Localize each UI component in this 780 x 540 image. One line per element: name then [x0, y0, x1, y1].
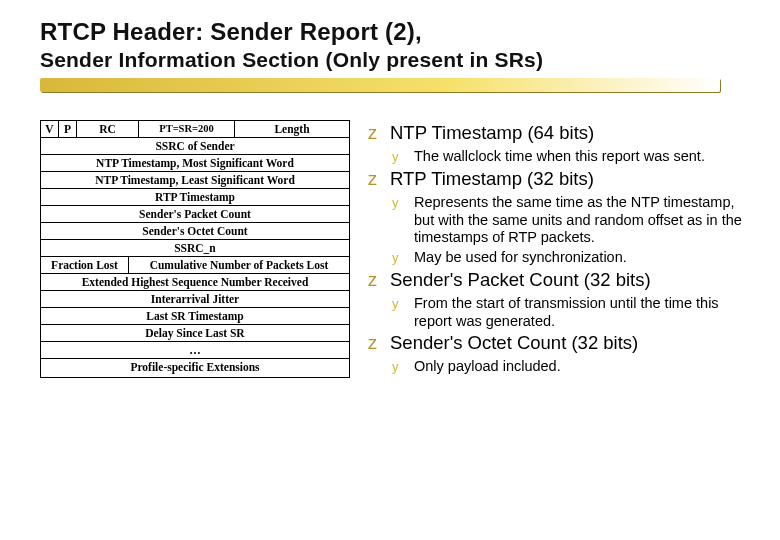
- row-ellipsis: …: [41, 341, 349, 358]
- bullet-sender-packet-count: z Sender's Packet Count (32 bits): [368, 269, 752, 291]
- row-ntp-msw: NTP Timestamp, Most Significant Word: [41, 154, 349, 171]
- bullet-l2-icon: y: [392, 148, 406, 166]
- row-lsr: Last SR Timestamp: [41, 307, 349, 324]
- title-line-1: RTCP Header: Sender Report (2),: [40, 18, 752, 46]
- row-jitter: Interarrival Jitter: [41, 290, 349, 307]
- row-ntp-lsw: NTP Timestamp, Least Significant Word: [41, 171, 349, 188]
- bullet-rtp-timestamp: z RTP Timestamp (32 bits): [368, 168, 752, 190]
- subbullet-text: May be used for synchronization.: [414, 249, 752, 267]
- title-line-2: Sender Information Section (Only present…: [40, 48, 752, 72]
- subbullet-rtp-sametime: y Represents the same time as the NTP ti…: [392, 194, 752, 247]
- packet-diagram: V P RC PT=SR=200 Length SSRC of Sender N…: [40, 120, 350, 378]
- subbullet-ntp-wallclock: y The wallclock time when this report wa…: [392, 148, 752, 166]
- bullet-l2-icon: y: [392, 295, 406, 330]
- title-underline: [40, 78, 720, 92]
- cell-RC: RC: [77, 121, 139, 137]
- cell-PT: PT=SR=200: [139, 121, 235, 137]
- bullet-text: Sender's Octet Count (32 bits): [390, 332, 752, 354]
- subbullet-text: Represents the same time as the NTP time…: [414, 194, 752, 247]
- cell-P: P: [59, 121, 77, 137]
- row-fraction-lost: Fraction Lost Cumulative Number of Packe…: [41, 256, 349, 273]
- subbullet-soc-payload: y Only payload included.: [392, 358, 752, 376]
- bullet-sender-octet-count: z Sender's Octet Count (32 bits): [368, 332, 752, 354]
- row-dlsr: Delay Since Last SR: [41, 324, 349, 341]
- bullet-text: NTP Timestamp (64 bits): [390, 122, 752, 144]
- bullet-ntp-timestamp: z NTP Timestamp (64 bits): [368, 122, 752, 144]
- row-spc: Sender's Packet Count: [41, 205, 349, 222]
- content-row: V P RC PT=SR=200 Length SSRC of Sender N…: [40, 120, 752, 378]
- row-pse: Profile-specific Extensions: [41, 358, 349, 375]
- cell-Length: Length: [235, 121, 349, 137]
- row-ehsnr: Extended Highest Sequence Number Receive…: [41, 273, 349, 290]
- bullet-l1-icon: z: [368, 332, 382, 354]
- bullet-l2-icon: y: [392, 194, 406, 247]
- bullet-l1-icon: z: [368, 168, 382, 190]
- bullet-text: Sender's Packet Count (32 bits): [390, 269, 752, 291]
- cell-fraction-lost: Fraction Lost: [41, 257, 129, 273]
- cell-cum-packets-lost: Cumulative Number of Packets Lost: [129, 257, 349, 273]
- subbullet-spc-start: y From the start of transmission until t…: [392, 295, 752, 330]
- notes-column: z NTP Timestamp (64 bits) y The wallcloc…: [368, 120, 752, 378]
- packet-header-row: V P RC PT=SR=200 Length: [41, 121, 349, 137]
- bullet-l2-icon: y: [392, 249, 406, 267]
- subbullet-rtp-sync: y May be used for synchronization.: [392, 249, 752, 267]
- bullet-l1-icon: z: [368, 122, 382, 144]
- bullet-l2-icon: y: [392, 358, 406, 376]
- subbullet-text: The wallclock time when this report was …: [414, 148, 752, 166]
- bullet-text: RTP Timestamp (32 bits): [390, 168, 752, 190]
- bullet-l1-icon: z: [368, 269, 382, 291]
- slide: RTCP Header: Sender Report (2), Sender I…: [0, 0, 780, 396]
- row-ssrc: SSRC of Sender: [41, 137, 349, 154]
- row-rtp-ts: RTP Timestamp: [41, 188, 349, 205]
- cell-V: V: [41, 121, 59, 137]
- subbullet-text: From the start of transmission until the…: [414, 295, 752, 330]
- subbullet-text: Only payload included.: [414, 358, 752, 376]
- row-soc: Sender's Octet Count: [41, 222, 349, 239]
- row-ssrc-n: SSRC_n: [41, 239, 349, 256]
- title-block: RTCP Header: Sender Report (2), Sender I…: [40, 18, 752, 108]
